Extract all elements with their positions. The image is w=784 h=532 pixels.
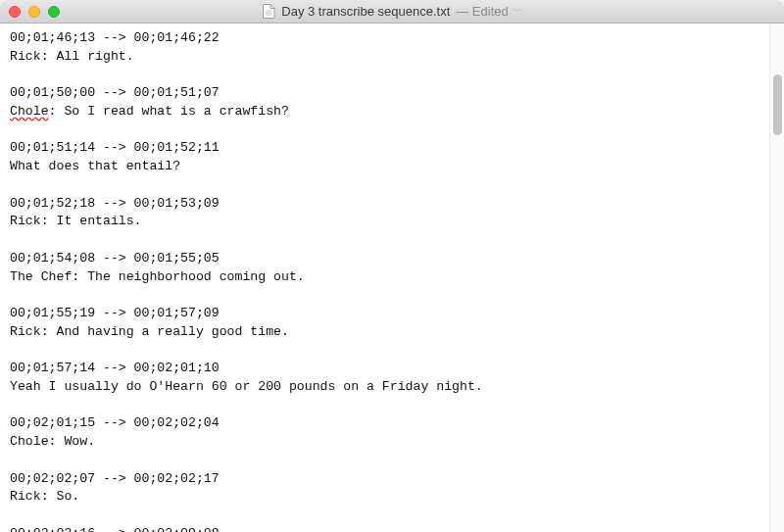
transcript-text: Rick: So. [10, 488, 760, 507]
timecode: 00;01;57;14 --> 00;02;01;10 [10, 360, 760, 378]
document-icon [263, 4, 275, 19]
timecode: 00;01;55;19 --> 00;01;57;09 [10, 305, 760, 323]
transcript-block: 00;01;46;13 --> 00;01;46;22Rick: All rig… [10, 29, 760, 66]
timecode: 00;02;02;07 --> 00;02;02;17 [10, 470, 760, 489]
editor-area: 00;01;46;13 --> 00;01;46;22Rick: All rig… [0, 24, 784, 532]
timecode: 00;01;50;00 --> 00;01;51;07 [10, 84, 760, 103]
transcript-text: Rick: And having a really good time. [10, 323, 760, 342]
transcript-block: 00;02;01;15 --> 00;02;02;04Chole: Wow. [10, 414, 760, 451]
chevron-down-icon: ﹀ [513, 5, 521, 18]
timecode: 00;01;52;18 --> 00;01;53;09 [10, 195, 760, 214]
window-titlebar[interactable]: Day 3 transcribe sequence.txt — Edited ﹀ [0, 0, 784, 24]
close-button[interactable] [9, 6, 21, 18]
window-title-edited: — Edited [456, 4, 508, 19]
minimize-button[interactable] [28, 6, 40, 18]
transcript-block: 00;01;54;08 --> 00;01;55;05The Chef: The… [10, 250, 760, 286]
scrollbar-thumb[interactable] [773, 74, 782, 135]
window-title-filename: Day 3 transcribe sequence.txt [281, 4, 450, 19]
transcript-block: 00;01;55;19 --> 00;01;57;09Rick: And hav… [10, 305, 760, 341]
zoom-button[interactable] [48, 6, 60, 18]
transcript-text: Rick: All right. [10, 48, 760, 67]
transcript-block: 00;01;51;14 --> 00;01;52;11What does tha… [10, 139, 760, 175]
transcript-text: Yeah I usually do O'Hearn 60 or 200 poun… [10, 378, 760, 397]
timecode: 00;01;46;13 --> 00;01;46;22 [10, 29, 760, 48]
scrollbar-track[interactable] [769, 24, 784, 532]
transcript-text: Chole: So I read what is a crawfish? [10, 103, 760, 121]
transcript-block: 00;02;02;07 --> 00;02;02;17Rick: So. [10, 470, 760, 507]
timecode: 00;02;03;16 --> 00;02;09;09 [10, 525, 760, 532]
transcript-block: 00;01;50;00 --> 00;01;51;07Chole: So I r… [10, 84, 760, 121]
transcript-text: The Chef: The neighborhood coming out. [10, 268, 760, 287]
text-content[interactable]: 00;01;46;13 --> 00;01;46;22Rick: All rig… [0, 24, 769, 532]
timecode: 00;01;51;14 --> 00;01;52;11 [10, 139, 760, 158]
transcript-text: What does that entail? [10, 158, 760, 176]
spellcheck-error: Chole [10, 104, 49, 119]
window-title: Day 3 transcribe sequence.txt — Edited ﹀ [0, 4, 784, 19]
transcript-block: 00;01;57;14 --> 00;02;01;10Yeah I usuall… [10, 360, 760, 396]
transcript-block: 00;02;03;16 --> 00;02;09;09You know it's… [10, 525, 760, 532]
transcript-text: Chole: Wow. [10, 433, 760, 452]
timecode: 00;01;54;08 --> 00;01;55;05 [10, 250, 760, 268]
transcript-block: 00;01;52;18 --> 00;01;53;09Rick: It enta… [10, 195, 760, 231]
timecode: 00;02;01;15 --> 00;02;02;04 [10, 414, 760, 433]
transcript-text: Rick: It entails. [10, 213, 760, 231]
traffic-lights [9, 6, 60, 18]
